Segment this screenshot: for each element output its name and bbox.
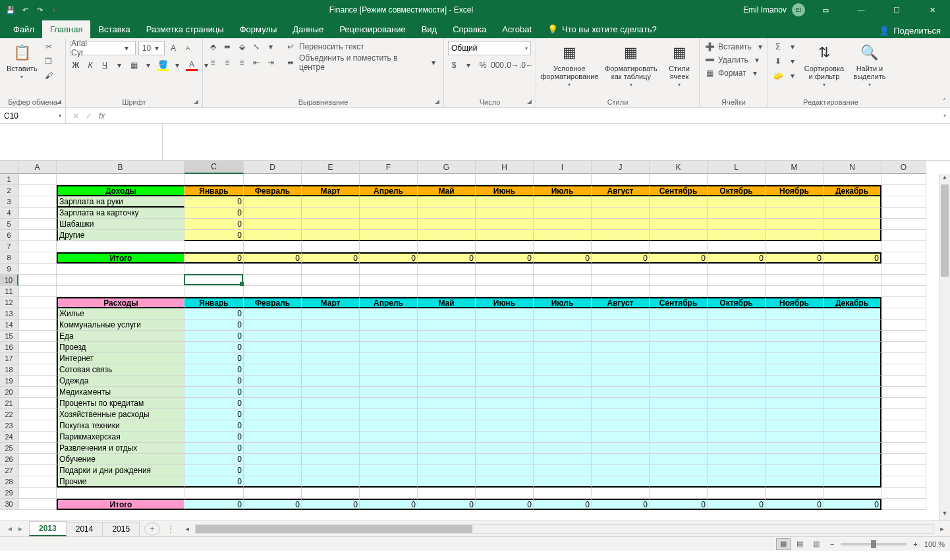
collapse-ribbon-icon[interactable]: ˄ — [943, 98, 946, 105]
page-layout-view-icon[interactable]: ▤ — [793, 538, 807, 550]
accounting-icon[interactable]: $ — [448, 59, 460, 71]
format-painter-icon[interactable]: 🖌 — [43, 70, 55, 82]
sheet-tab-2015[interactable]: 2015 — [102, 522, 140, 536]
tab-formulas[interactable]: Формулы — [232, 20, 285, 38]
align-middle-icon[interactable]: ⬌ — [221, 41, 233, 53]
cell-styles-button[interactable]: ▦Стили ячеек▾ — [663, 41, 695, 89]
increase-font-icon[interactable]: A — [167, 42, 179, 54]
save-icon[interactable]: 💾 — [5, 5, 16, 15]
sheet-tab-2014[interactable]: 2014 — [66, 522, 103, 536]
col-header-M[interactable]: M — [766, 161, 824, 174]
col-header-N[interactable]: N — [824, 161, 881, 174]
page-break-view-icon[interactable]: ▥ — [809, 538, 824, 550]
font-dialog-icon[interactable]: ◢ — [194, 98, 198, 105]
row-header-13[interactable]: 13 — [0, 308, 18, 320]
col-header-A[interactable]: A — [18, 161, 57, 174]
ribbon-display-icon[interactable]: ▭ — [810, 0, 841, 20]
row-header-11[interactable]: 11 — [0, 286, 18, 297]
col-header-F[interactable]: F — [360, 161, 418, 174]
row-header-14[interactable]: 14 — [0, 320, 18, 331]
col-header-B[interactable]: B — [57, 161, 184, 174]
percent-icon[interactable]: % — [477, 59, 489, 71]
row-header-21[interactable]: 21 — [0, 398, 18, 409]
row-header-3[interactable]: 3 — [0, 196, 18, 208]
row-header-2[interactable]: 2 — [0, 185, 18, 196]
row-header-24[interactable]: 24 — [0, 432, 18, 443]
conditional-formatting-button[interactable]: ▦Условное форматирование▾ — [540, 41, 599, 89]
align-center-icon[interactable]: ≡ — [221, 57, 233, 69]
col-header-K[interactable]: K — [650, 161, 708, 174]
row-header-25[interactable]: 25 — [0, 443, 18, 454]
row-header-10[interactable]: 10 — [0, 275, 18, 286]
row-header-23[interactable]: 23 — [0, 420, 18, 432]
row-header-27[interactable]: 27 — [0, 465, 18, 476]
name-box[interactable]: C10▾ — [0, 108, 66, 123]
maximize-button[interactable]: ☐ — [881, 0, 912, 20]
col-header-C[interactable]: C — [184, 161, 244, 174]
col-header-J[interactable]: J — [592, 161, 650, 174]
increase-indent-icon[interactable]: ⇥ — [265, 57, 277, 69]
font-name-combo[interactable]: Arial Cyr▾ — [70, 41, 136, 55]
normal-view-icon[interactable]: ▦ — [776, 538, 791, 550]
scroll-thumb[interactable] — [941, 184, 949, 277]
insert-cells-button[interactable]: ➕Вставить▾ — [704, 41, 766, 53]
hscroll-right-icon[interactable]: ► — [937, 526, 947, 532]
comma-icon[interactable]: 000 — [491, 59, 503, 71]
expand-formula-icon[interactable]: ▾ — [939, 113, 950, 119]
zoom-slider[interactable] — [841, 543, 907, 546]
find-select-button[interactable]: 🔍Найти и выделить▾ — [850, 41, 889, 89]
paste-button[interactable]: 📋 Вставить ▾ — [4, 41, 40, 81]
autosum-icon[interactable]: Σ — [772, 41, 784, 53]
user-avatar[interactable]: EI — [792, 3, 805, 16]
scroll-up-icon[interactable]: ▲ — [939, 174, 950, 184]
fill-color-icon[interactable]: 🪣 — [157, 59, 169, 71]
align-left-icon[interactable]: ≡ — [207, 57, 219, 69]
horizontal-scrollbar[interactable] — [195, 524, 934, 534]
vertical-scrollbar[interactable]: ▲ ▼ — [939, 174, 950, 520]
number-format-combo[interactable]: Общий▾ — [448, 41, 531, 55]
row-header-29[interactable]: 29 — [0, 488, 18, 499]
zoom-level[interactable]: 100 % — [924, 540, 945, 548]
borders-icon[interactable]: ▦ — [128, 59, 140, 71]
tab-scroll-right-icon[interactable]: ► — [16, 525, 25, 532]
tab-page-layout[interactable]: Разметка страницы — [138, 20, 232, 38]
select-all-button[interactable] — [0, 161, 18, 174]
row-header-28[interactable]: 28 — [0, 476, 18, 488]
delete-cells-button[interactable]: ➖Удалить▾ — [704, 54, 763, 66]
row-header-7[interactable]: 7 — [0, 241, 18, 252]
row-header-16[interactable]: 16 — [0, 342, 18, 353]
italic-button[interactable]: К — [84, 59, 96, 71]
col-header-H[interactable]: H — [476, 161, 534, 174]
align-top-icon[interactable]: ⬘ — [207, 41, 219, 53]
tab-home[interactable]: Главная — [42, 20, 90, 38]
font-color-icon[interactable]: A — [186, 59, 198, 71]
qat-dropdown-icon[interactable]: ▾ — [49, 5, 59, 15]
row-header-15[interactable]: 15 — [0, 331, 18, 342]
clear-icon[interactable]: 🧽 — [772, 70, 784, 82]
row-header-12[interactable]: 12 — [0, 297, 18, 308]
row-header-19[interactable]: 19 — [0, 376, 18, 387]
share-button[interactable]: 👤Поделиться — [870, 23, 950, 38]
wrap-text-button[interactable]: ↵Переносить текст — [285, 41, 439, 53]
enter-formula-icon[interactable]: ✓ — [86, 111, 92, 121]
cancel-formula-icon[interactable]: ✕ — [72, 111, 79, 121]
tab-scroll-left-icon[interactable]: ◄ — [5, 525, 14, 532]
zoom-in-button[interactable]: + — [913, 540, 917, 548]
decrease-font-icon[interactable]: A — [182, 42, 194, 54]
font-size-combo[interactable]: 10▾ — [138, 41, 165, 55]
orientation-icon[interactable]: ⤡ — [250, 41, 262, 53]
bold-button[interactable]: Ж — [70, 59, 82, 71]
sheet-tab-2013[interactable]: 2013 — [29, 521, 67, 536]
new-sheet-button[interactable]: + — [144, 522, 160, 536]
decrease-indent-icon[interactable]: ⇤ — [250, 57, 262, 69]
align-bottom-icon[interactable]: ⬙ — [236, 41, 248, 53]
col-header-L[interactable]: L — [708, 161, 766, 174]
tab-split-handle[interactable]: ⋮ — [163, 524, 179, 534]
fill-icon[interactable]: ⬇ — [772, 55, 784, 67]
col-header-G[interactable]: G — [418, 161, 476, 174]
tab-acrobat[interactable]: Acrobat — [494, 20, 540, 38]
row-header-6[interactable]: 6 — [0, 230, 18, 241]
number-dialog-icon[interactable]: ◢ — [527, 98, 532, 105]
row-header-4[interactable]: 4 — [0, 208, 18, 219]
col-header-E[interactable]: E — [302, 161, 360, 174]
